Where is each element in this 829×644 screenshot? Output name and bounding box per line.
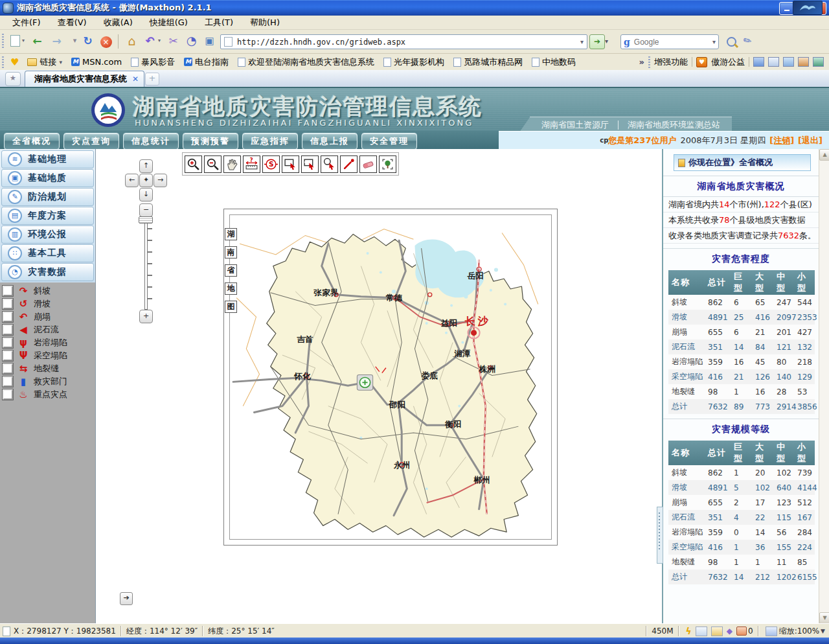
- window-panel-icon[interactable]: [768, 57, 779, 67]
- clock-icon[interactable]: ◔: [183, 32, 200, 50]
- pan-icon[interactable]: [223, 155, 241, 173]
- user-panel-icon[interactable]: [753, 57, 764, 67]
- collapse-left-button[interactable]: ➔: [120, 592, 133, 605]
- sidebar-button-2[interactable]: ✎防治规划: [1, 188, 94, 206]
- add-point-marker[interactable]: [357, 375, 372, 391]
- link-land-resources[interactable]: 湖南省国土资源厅: [541, 119, 609, 131]
- layer-checkbox[interactable]: [3, 363, 13, 374]
- maxthon-charity-link[interactable]: 傲游公益: [711, 56, 745, 68]
- bookmark-item-6[interactable]: 中地数码: [527, 55, 580, 69]
- search-dropdown-icon[interactable]: ▾: [712, 38, 718, 45]
- layer-checkbox[interactable]: [3, 312, 13, 322]
- forward-icon[interactable]: →: [48, 32, 65, 50]
- page-zoom-icon[interactable]: [766, 627, 777, 636]
- url-input[interactable]: [236, 37, 580, 47]
- new-window-icon[interactable]: [711, 627, 723, 636]
- world-icon[interactable]: [813, 57, 824, 67]
- home-icon[interactable]: ⌂: [123, 32, 141, 50]
- tab-list-star-icon[interactable]: ★: [5, 72, 21, 86]
- right-grip[interactable]: [648, 56, 650, 68]
- hunan-province-map[interactable]: 张家界常德岳阳益阳长沙吉首湘潭株洲怀化娄底邵阳衡阳永州郴州: [230, 215, 551, 539]
- bookmark-item-3[interactable]: 欢迎登陆湖南省地质灾害信息系统: [233, 55, 379, 69]
- nav-tab-3[interactable]: 预测预警: [183, 133, 238, 150]
- boost-icon[interactable]: ϟ: [686, 626, 692, 636]
- zoom-slider-track[interactable]: [144, 219, 148, 310]
- pan-right-button[interactable]: →: [153, 174, 167, 187]
- sidebar-button-5[interactable]: ∷基本工具: [1, 244, 94, 262]
- favorites-heart-icon[interactable]: ♥: [5, 56, 23, 68]
- tab-active[interactable]: 湖南省地质灾害信息系统 ✕: [25, 71, 144, 87]
- scroll-down-icon[interactable]: ▼: [819, 612, 829, 624]
- nav-tab-1[interactable]: 灾点查询: [63, 133, 119, 150]
- sidebar-button-0[interactable]: ≋基础地理: [1, 150, 94, 168]
- toolbar-grip[interactable]: [2, 34, 4, 49]
- zoom-in-icon[interactable]: [185, 155, 202, 173]
- map-workspace[interactable]: ↑ ← ✦ → ↓ − + ?S: [96, 149, 662, 623]
- deselect-rect-icon[interactable]: [301, 155, 319, 173]
- nav-tab-5[interactable]: 信息上报: [302, 133, 358, 150]
- panel-splitter-handle[interactable]: [657, 507, 663, 564]
- zoom-level[interactable]: 缩放:100%: [779, 626, 819, 637]
- tab-close-icon[interactable]: ✕: [132, 75, 139, 84]
- sidebar-button-1[interactable]: ▣基础地质: [1, 169, 94, 187]
- layer-checkbox[interactable]: [3, 325, 13, 335]
- enhance-features-link[interactable]: 增强功能: [654, 56, 688, 68]
- new-page-dropdown-icon[interactable]: ▾: [22, 38, 25, 43]
- zoom-out-icon[interactable]: [204, 155, 221, 173]
- nav-tab-2[interactable]: 信息统计: [123, 133, 179, 150]
- plugin-icon[interactable]: ◆: [727, 627, 732, 636]
- pan-center-button[interactable]: ✦: [139, 174, 153, 187]
- proxy-icon[interactable]: [696, 627, 707, 636]
- page-scrollbar[interactable]: ▲ ▼: [819, 149, 829, 623]
- notes-panel-icon[interactable]: [783, 57, 794, 67]
- logout-link[interactable]: [注销]: [769, 135, 794, 146]
- bookmark-item-5[interactable]: 觅路城市精品网: [449, 55, 527, 69]
- layer-checkbox[interactable]: [3, 299, 13, 309]
- layer-checkbox[interactable]: [3, 389, 13, 400]
- new-page-icon[interactable]: [6, 32, 24, 50]
- minimize-button[interactable]: [779, 2, 794, 15]
- nav-tab-4[interactable]: 应急指挥: [242, 133, 298, 150]
- menu-item-5[interactable]: 帮助(H): [242, 16, 288, 30]
- map-canvas[interactable]: 张家界常德岳阳益阳长沙吉首湘潭株洲怀化娄底邵阳衡阳永州郴州: [229, 214, 552, 540]
- search-go-icon[interactable]: [727, 37, 736, 49]
- layer-checkbox[interactable]: [3, 338, 13, 348]
- layer-checkbox[interactable]: [3, 351, 13, 361]
- back-icon[interactable]: ←: [28, 32, 46, 50]
- paint-tools-icon[interactable]: [798, 57, 809, 67]
- menu-item-4[interactable]: 工具(T): [196, 16, 242, 30]
- bookmark-item-1[interactable]: 暴风影音: [126, 55, 179, 69]
- filter-wand-icon[interactable]: ✂: [165, 32, 182, 50]
- highlight-pen-icon[interactable]: ✎: [741, 34, 754, 48]
- go-button[interactable]: ➔: [589, 34, 605, 49]
- sidebar-button-3[interactable]: ▤年度方案: [1, 207, 94, 225]
- bookmarks-grip[interactable]: [2, 56, 4, 68]
- scroll-up-icon[interactable]: ▲: [819, 149, 829, 161]
- link-geo-environment-station[interactable]: 湖南省地质环境监测总站: [628, 119, 720, 131]
- exit-link[interactable]: [退出]: [798, 135, 823, 146]
- zoom-slider-plus-button[interactable]: +: [139, 310, 153, 323]
- zoom-slider-minus-button[interactable]: −: [139, 203, 153, 217]
- add-point-icon[interactable]: [340, 155, 358, 173]
- eraser-icon[interactable]: [359, 155, 377, 173]
- menu-item-1[interactable]: 查看(V): [49, 16, 95, 30]
- url-dropdown-icon[interactable]: ▾: [580, 38, 587, 45]
- refresh-icon[interactable]: ↻: [79, 32, 97, 50]
- pan-left-button[interactable]: ←: [125, 174, 139, 187]
- bookmark-links-folder[interactable]: 链接▾: [23, 55, 67, 69]
- menu-item-2[interactable]: 收藏(A): [95, 16, 141, 30]
- bookmarks-overflow-chevron[interactable]: »: [639, 57, 644, 67]
- scale-icon[interactable]: S: [262, 155, 280, 173]
- full-extent-icon[interactable]: [379, 155, 396, 173]
- select-circle-icon[interactable]: [321, 155, 338, 173]
- nav-tab-6[interactable]: 安全管理: [361, 133, 417, 150]
- sidebar-button-4[interactable]: ▥环境公报: [1, 225, 94, 244]
- bookmark-item-2[interactable]: M电台指南: [179, 55, 233, 69]
- layer-checkbox[interactable]: [3, 376, 13, 387]
- go-dropdown-icon[interactable]: ▾: [605, 38, 608, 45]
- bookmark-item-0[interactable]: MMSN.com: [67, 56, 126, 68]
- zoom-slider-handle[interactable]: [139, 216, 153, 224]
- layer-checkbox[interactable]: [3, 286, 13, 296]
- pan-up-button[interactable]: ↑: [139, 159, 153, 173]
- pan-down-button[interactable]: ↓: [139, 188, 153, 201]
